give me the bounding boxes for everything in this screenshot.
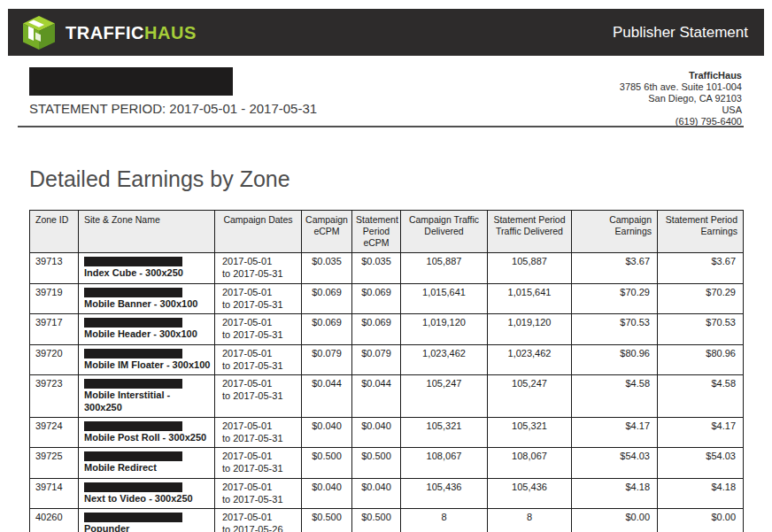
campaign-traffic-cell: 8 bbox=[401, 509, 488, 532]
campaign-ecpm-cell: $0.069 bbox=[302, 314, 352, 345]
table-row: 39713 Index Cube - 300x250 2017-05-01 to… bbox=[30, 253, 744, 284]
statement-ecpm-cell: $0.079 bbox=[352, 344, 401, 375]
table-row: 39720 Mobile IM Floater - 300x100 2017-0… bbox=[30, 344, 744, 375]
campaign-date-from: 2017-05-01 bbox=[222, 256, 297, 268]
table-row: 39724 Mobile Post Roll - 300x250 2017-05… bbox=[30, 417, 744, 448]
campaign-ecpm-cell: $0.500 bbox=[302, 509, 352, 532]
campaign-date-to: to 2017-05-31 bbox=[222, 360, 297, 373]
zone-id-cell: 39714 bbox=[30, 478, 79, 509]
campaign-ecpm-cell: $0.040 bbox=[302, 417, 352, 448]
earnings-table: Zone ID Site & Zone Name Campaign Dates … bbox=[29, 210, 744, 532]
site-zone-name-cell: Mobile Post Roll - 300x250 bbox=[79, 417, 215, 448]
publisher-name-redaction bbox=[29, 67, 233, 96]
statement-earnings-cell: $3.67 bbox=[658, 253, 744, 284]
statement-earnings-cell: $4.58 bbox=[658, 375, 744, 418]
statement-info-left: STATEMENT PERIOD: 2017-05-01 - 2017-05-3… bbox=[29, 67, 317, 127]
zone-name: Mobile Post Roll - 300x250 bbox=[82, 432, 211, 444]
statement-traffic-cell: 1,023,462 bbox=[488, 344, 572, 375]
col-header-campaign-ecpm: Campaign eCPM bbox=[302, 211, 352, 253]
statement-ecpm-cell: $0.069 bbox=[352, 314, 401, 345]
zone-name: Mobile Redirect bbox=[82, 462, 211, 474]
site-name-redaction bbox=[84, 349, 182, 359]
company-address-line1: 3785 6th ave. Suite 101-004 bbox=[620, 81, 742, 93]
site-name-redaction bbox=[84, 482, 182, 492]
statement-ecpm-cell: $0.500 bbox=[352, 509, 401, 532]
company-name: TrafficHaus bbox=[620, 70, 742, 81]
section-title: Detailed Earnings by Zone bbox=[29, 166, 290, 192]
campaign-dates-cell: 2017-05-01 to 2017-05-31 bbox=[215, 283, 302, 314]
zone-id-cell: 40260 bbox=[30, 509, 79, 532]
col-header-campaign-traffic: Campaign Traffic Delivered bbox=[401, 211, 488, 253]
campaign-traffic-cell: 1,019,120 bbox=[401, 314, 488, 345]
statement-info-section: STATEMENT PERIOD: 2017-05-01 - 2017-05-3… bbox=[29, 67, 742, 127]
zone-id-cell: 39720 bbox=[30, 344, 79, 375]
campaign-ecpm-cell: $0.040 bbox=[302, 478, 352, 509]
statement-period: STATEMENT PERIOD: 2017-05-01 - 2017-05-3… bbox=[29, 101, 317, 116]
campaign-dates-cell: 2017-05-01 to 2017-05-31 bbox=[215, 478, 302, 509]
table-row: 40260 Popunder 2017-05-01 to 2017-05-26 … bbox=[30, 509, 744, 532]
campaign-ecpm-cell: $0.069 bbox=[302, 283, 352, 314]
statement-traffic-cell: 1,019,120 bbox=[488, 314, 572, 345]
company-address-block: TrafficHaus 3785 6th ave. Suite 101-004 … bbox=[620, 67, 742, 127]
col-header-zone-id: Zone ID bbox=[30, 211, 79, 253]
campaign-date-to: to 2017-05-31 bbox=[222, 463, 297, 475]
site-name-redaction bbox=[84, 379, 182, 389]
col-header-campaign-dates: Campaign Dates bbox=[215, 211, 302, 253]
statement-earnings-cell: $80.96 bbox=[658, 344, 744, 375]
campaign-dates-cell: 2017-05-01 to 2017-05-31 bbox=[215, 417, 302, 448]
zone-name: Next to Video - 300x250 bbox=[82, 493, 211, 505]
col-header-site-zone-name: Site & Zone Name bbox=[79, 211, 215, 253]
campaign-earnings-cell: $70.53 bbox=[572, 314, 658, 345]
statement-ecpm-cell: $0.069 bbox=[352, 283, 401, 314]
site-zone-name-cell: Mobile IM Floater - 300x100 bbox=[79, 344, 215, 375]
statement-ecpm-cell: $0.040 bbox=[352, 417, 401, 448]
site-name-redaction bbox=[84, 288, 182, 297]
site-zone-name-cell: Mobile Header - 300x100 bbox=[79, 314, 215, 345]
table-row: 39717 Mobile Header - 300x100 2017-05-01… bbox=[30, 314, 744, 345]
campaign-date-to: to 2017-05-31 bbox=[222, 494, 297, 506]
campaign-earnings-cell: $4.18 bbox=[572, 478, 658, 509]
statement-traffic-cell: 105,321 bbox=[488, 417, 572, 448]
statement-ecpm-cell: $0.500 bbox=[352, 448, 401, 479]
publisher-statement-page: TRAFFICHAUS Publisher Statement STATEMEN… bbox=[0, 0, 772, 532]
campaign-earnings-cell: $4.58 bbox=[572, 375, 658, 418]
col-header-campaign-earnings: Campaign Earnings bbox=[572, 211, 658, 253]
zone-name: Mobile Interstitial - 300x250 bbox=[82, 389, 211, 414]
site-name-redaction bbox=[84, 421, 182, 431]
campaign-dates-cell: 2017-05-01 to 2017-05-26 bbox=[215, 509, 302, 532]
campaign-dates-cell: 2017-05-01 to 2017-05-31 bbox=[215, 375, 302, 418]
campaign-date-from: 2017-05-01 bbox=[222, 420, 297, 433]
zone-name: Mobile Header - 300x100 bbox=[82, 328, 211, 341]
table-row: 39719 Mobile Banner - 300x100 2017-05-01… bbox=[30, 283, 744, 314]
zone-id-cell: 39725 bbox=[30, 448, 79, 479]
site-zone-name-cell: Mobile Banner - 300x100 bbox=[79, 283, 215, 314]
site-zone-name-cell: Next to Video - 300x250 bbox=[79, 478, 215, 509]
col-header-statement-period-ecpm: Statement Period eCPM bbox=[352, 211, 401, 253]
zone-name: Popunder bbox=[82, 523, 211, 532]
statement-traffic-cell: 105,436 bbox=[488, 478, 572, 509]
campaign-traffic-cell: 105,887 bbox=[401, 253, 488, 284]
top-header-bar: TRAFFICHAUS Publisher Statement bbox=[8, 9, 764, 56]
site-zone-name-cell: Mobile Interstitial - 300x250 bbox=[79, 375, 215, 418]
zone-name: Mobile IM Floater - 300x100 bbox=[82, 359, 211, 372]
document-title: Publisher Statement bbox=[613, 24, 748, 42]
campaign-date-to: to 2017-05-26 bbox=[222, 524, 297, 532]
campaign-traffic-cell: 108,067 bbox=[401, 448, 488, 479]
campaign-date-to: to 2017-05-31 bbox=[222, 299, 297, 312]
site-zone-name-cell: Mobile Redirect bbox=[79, 448, 215, 479]
campaign-earnings-cell: $4.17 bbox=[572, 417, 658, 448]
campaign-date-from: 2017-05-01 bbox=[222, 482, 297, 494]
campaign-earnings-cell: $0.00 bbox=[572, 509, 658, 532]
campaign-dates-cell: 2017-05-01 to 2017-05-31 bbox=[215, 448, 302, 479]
statement-earnings-cell: $4.18 bbox=[658, 478, 744, 509]
campaign-traffic-cell: 1,023,462 bbox=[401, 344, 488, 375]
statement-earnings-cell: $54.03 bbox=[658, 448, 744, 479]
statement-earnings-cell: $4.17 bbox=[658, 417, 744, 448]
campaign-date-to: to 2017-05-31 bbox=[222, 268, 297, 281]
zone-id-cell: 39719 bbox=[30, 283, 79, 314]
campaign-traffic-cell: 1,015,641 bbox=[401, 283, 488, 314]
campaign-date-to: to 2017-05-31 bbox=[222, 390, 297, 403]
campaign-ecpm-cell: $0.079 bbox=[302, 344, 352, 375]
statement-traffic-cell: 105,247 bbox=[488, 375, 572, 418]
col-header-statement-earnings: Statement Period Earnings bbox=[658, 211, 744, 253]
